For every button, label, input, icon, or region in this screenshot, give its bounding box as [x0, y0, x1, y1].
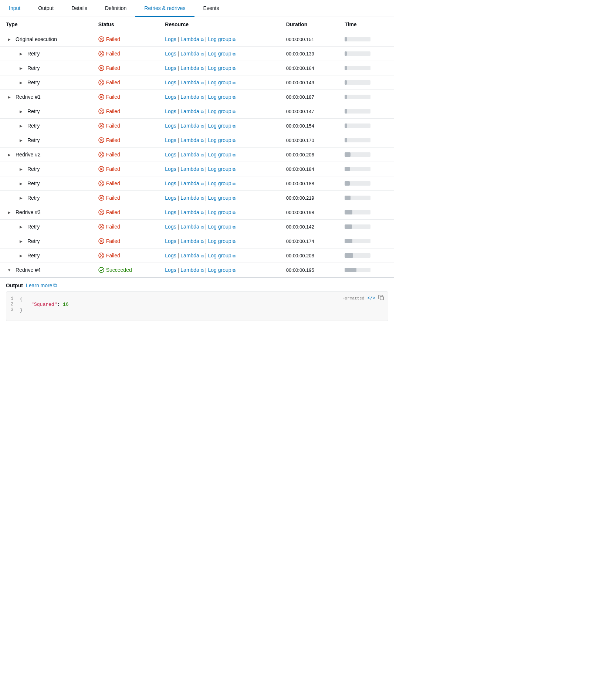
- lambda-link[interactable]: Lambda ⧉: [180, 195, 203, 201]
- logs-link[interactable]: Logs: [165, 137, 176, 143]
- expand-button[interactable]: ▼: [6, 267, 13, 273]
- lambda-link[interactable]: Lambda ⧉: [180, 36, 203, 42]
- log-group-link[interactable]: Log group ⧉: [208, 238, 236, 244]
- status-text: Failed: [106, 123, 120, 129]
- lambda-link[interactable]: Lambda ⧉: [180, 137, 203, 143]
- log-group-link[interactable]: Log group ⧉: [208, 180, 236, 186]
- lambda-external-icon: ⧉: [201, 138, 204, 143]
- duration-cell: 00:00:00.195: [280, 263, 339, 277]
- expand-button[interactable]: ▶: [18, 252, 24, 259]
- expand-button[interactable]: ▶: [18, 137, 24, 143]
- logs-link[interactable]: Logs: [165, 80, 176, 85]
- logs-link[interactable]: Logs: [165, 209, 176, 215]
- logs-link[interactable]: Logs: [165, 108, 176, 114]
- expand-button[interactable]: ▶: [18, 195, 24, 201]
- copy-button[interactable]: [378, 295, 384, 302]
- logs-link[interactable]: Logs: [165, 94, 176, 100]
- expand-button[interactable]: ▶: [18, 65, 24, 71]
- log-group-link[interactable]: Log group ⧉: [208, 152, 236, 158]
- logs-link[interactable]: Logs: [165, 224, 176, 230]
- lambda-link[interactable]: Lambda ⧉: [180, 51, 203, 57]
- log-group-link[interactable]: Log group ⧉: [208, 108, 236, 114]
- lambda-link[interactable]: Lambda ⧉: [180, 123, 203, 129]
- expand-button[interactable]: ▶: [18, 122, 24, 129]
- log-group-link[interactable]: Log group ⧉: [208, 224, 236, 230]
- expand-button[interactable]: ▶: [18, 166, 24, 172]
- type-label: Retry: [27, 51, 40, 57]
- logs-link[interactable]: Logs: [165, 36, 176, 42]
- expand-button[interactable]: ▶: [6, 209, 13, 216]
- type-cell: ▶Retry: [0, 234, 92, 248]
- logs-link[interactable]: Logs: [165, 123, 176, 129]
- log-group-link[interactable]: Log group ⧉: [208, 253, 236, 258]
- log-group-link[interactable]: Log group ⧉: [208, 51, 236, 57]
- log-group-link[interactable]: Log group ⧉: [208, 137, 236, 143]
- logs-link[interactable]: Logs: [165, 180, 176, 186]
- tab-events[interactable]: Events: [194, 0, 228, 17]
- tab-details[interactable]: Details: [62, 0, 96, 17]
- resource-cell: Logs | Lambda ⧉ | Log group ⧉: [159, 162, 280, 176]
- log-group-link[interactable]: Log group ⧉: [208, 123, 236, 129]
- log-group-link[interactable]: Log group ⧉: [208, 267, 236, 273]
- log-group-link[interactable]: Log group ⧉: [208, 195, 236, 201]
- tab-retries[interactable]: Retries & redrives: [135, 0, 194, 17]
- logs-link[interactable]: Logs: [165, 267, 176, 273]
- logs-link[interactable]: Logs: [165, 65, 176, 71]
- table-row: ▶RetryFailedLogs | Lambda ⧉ | Log group …: [0, 75, 394, 90]
- expand-button[interactable]: ▶: [18, 238, 24, 244]
- resource-separator: |: [178, 94, 179, 100]
- status-text: Failed: [106, 108, 120, 114]
- log-group-link[interactable]: Log group ⧉: [208, 94, 236, 100]
- lambda-link[interactable]: Lambda ⧉: [180, 238, 203, 244]
- resource-separator: |: [178, 152, 179, 158]
- log-group-link[interactable]: Log group ⧉: [208, 36, 236, 42]
- expand-button[interactable]: ▶: [18, 223, 24, 230]
- lambda-link[interactable]: Lambda ⧉: [180, 80, 203, 85]
- lambda-link[interactable]: Lambda ⧉: [180, 253, 203, 258]
- type-label: Redrive #4: [16, 267, 41, 273]
- code-format-toggle[interactable]: </>: [367, 296, 375, 301]
- succeeded-icon: [98, 267, 104, 273]
- resource-separator: |: [178, 209, 179, 215]
- lambda-link[interactable]: Lambda ⧉: [180, 94, 203, 100]
- lambda-link[interactable]: Lambda ⧉: [180, 108, 203, 114]
- lambda-link[interactable]: Lambda ⧉: [180, 224, 203, 230]
- logs-link[interactable]: Logs: [165, 238, 176, 244]
- output-learn-more-link[interactable]: Learn more ⧉: [26, 282, 57, 288]
- log-group-link[interactable]: Log group ⧉: [208, 166, 236, 172]
- logs-link[interactable]: Logs: [165, 253, 176, 258]
- expand-button[interactable]: ▶: [18, 108, 24, 115]
- lambda-link[interactable]: Lambda ⧉: [180, 267, 203, 273]
- expand-button[interactable]: ▶: [6, 94, 13, 100]
- lambda-link[interactable]: Lambda ⧉: [180, 152, 203, 158]
- tab-output[interactable]: Output: [29, 0, 62, 17]
- resource-separator-2: |: [205, 65, 207, 71]
- lambda-link[interactable]: Lambda ⧉: [180, 166, 203, 172]
- resource-separator-2: |: [205, 108, 207, 114]
- expand-button[interactable]: ▶: [18, 180, 24, 187]
- col-resource: Resource: [159, 17, 280, 32]
- logs-link[interactable]: Logs: [165, 51, 176, 57]
- log-group-link[interactable]: Log group ⧉: [208, 80, 236, 85]
- time-cell: [339, 191, 394, 205]
- failed-icon: [98, 195, 104, 201]
- time-bar: [345, 152, 350, 157]
- logs-link[interactable]: Logs: [165, 166, 176, 172]
- logs-link[interactable]: Logs: [165, 152, 176, 158]
- expand-button[interactable]: ▶: [18, 50, 24, 57]
- tab-definition[interactable]: Definition: [96, 0, 135, 17]
- logs-link[interactable]: Logs: [165, 195, 176, 201]
- lambda-link[interactable]: Lambda ⧉: [180, 65, 203, 71]
- status-cell: Failed: [92, 176, 159, 191]
- log-group-link[interactable]: Log group ⧉: [208, 209, 236, 215]
- lambda-link[interactable]: Lambda ⧉: [180, 180, 203, 186]
- lambda-link[interactable]: Lambda ⧉: [180, 209, 203, 215]
- tab-input[interactable]: Input: [0, 0, 29, 17]
- expand-button[interactable]: ▶: [6, 151, 13, 158]
- expand-button[interactable]: ▶: [18, 79, 24, 86]
- table-row: ▶RetryFailedLogs | Lambda ⧉ | Log group …: [0, 162, 394, 176]
- log-group-link[interactable]: Log group ⧉: [208, 65, 236, 71]
- log-group-external-icon: ⧉: [233, 138, 236, 143]
- status-text: Failed: [106, 152, 120, 158]
- expand-button[interactable]: ▶: [6, 36, 13, 43]
